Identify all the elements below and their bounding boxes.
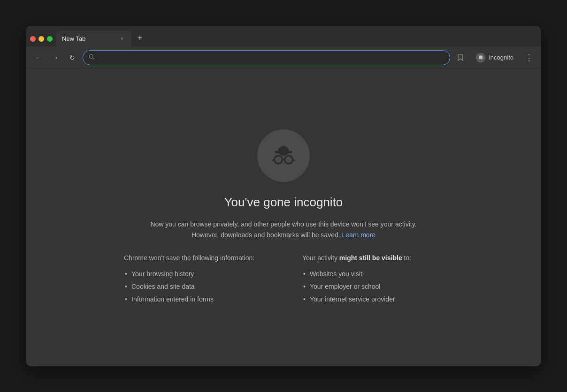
learn-more-link[interactable]: Learn more [342, 231, 376, 239]
page-content: You've gone incognito Now you can browse… [26, 69, 541, 366]
page-headline: You've gone incognito [224, 195, 343, 210]
svg-line-17 [293, 160, 295, 161]
incognito-label: Incognito [489, 54, 513, 61]
minimize-button[interactable] [38, 36, 44, 42]
incognito-profile-button[interactable]: Incognito [471, 51, 518, 65]
new-tab-button[interactable]: + [133, 31, 146, 45]
list-item: Your internet service provider [302, 293, 443, 306]
description-part2: However, downloads and bookmarks will be… [192, 231, 340, 239]
chrome-wont-save-list: Your browsing history Cookies and site d… [124, 268, 265, 306]
back-button[interactable]: ← [32, 51, 45, 64]
close-button[interactable] [30, 36, 36, 42]
incognito-main-icon [268, 140, 299, 172]
address-bar[interactable] [83, 50, 450, 65]
activity-visible-column: Your activity might still be visible to:… [302, 253, 443, 306]
activity-visible-title: Your activity might still be visible to: [302, 253, 443, 263]
reload-button[interactable]: ↻ [66, 51, 79, 64]
search-icon [89, 54, 95, 61]
svg-line-1 [93, 58, 94, 59]
activity-visible-prefix: Your activity [302, 254, 339, 262]
active-tab[interactable]: New Tab × [56, 30, 131, 46]
chrome-wont-save-column: Chrome won't save the following informat… [124, 253, 265, 306]
svg-point-13 [274, 156, 282, 164]
list-item: Websites you visit [302, 268, 443, 280]
tab-title: New Tab [62, 35, 115, 42]
traffic-lights [30, 36, 53, 46]
svg-rect-10 [479, 58, 483, 59]
svg-marker-2 [458, 55, 463, 60]
url-input[interactable] [99, 54, 444, 61]
title-bar: New Tab × + [26, 26, 541, 46]
tab-bar: New Tab × + [56, 30, 537, 46]
browser-window: New Tab × + ← → ↻ [26, 26, 541, 366]
tab-close-button[interactable]: × [118, 35, 126, 42]
activity-visible-bold: might still be visible [339, 254, 402, 262]
info-columns: Chrome won't save the following informat… [124, 253, 443, 306]
forward-button[interactable]: → [49, 51, 62, 64]
more-options-button[interactable]: ⋮ [522, 51, 535, 64]
activity-visible-suffix: to: [402, 254, 411, 262]
bookmark-button[interactable] [454, 51, 467, 64]
activity-visible-list: Websites you visit Your employer or scho… [302, 268, 443, 306]
list-item: Your employer or school [302, 280, 443, 293]
incognito-icon-circle [257, 129, 310, 182]
page-description: Now you can browse privately, and other … [150, 219, 416, 240]
list-item: Information entered in forms [124, 293, 265, 306]
toolbar: ← → ↻ [26, 46, 541, 69]
svg-line-16 [272, 160, 274, 161]
incognito-avatar-icon [475, 53, 486, 63]
svg-point-14 [285, 156, 293, 164]
svg-point-12 [278, 146, 289, 156]
maximize-button[interactable] [47, 36, 53, 42]
list-item: Cookies and site data [124, 280, 265, 293]
chrome-wont-save-title: Chrome won't save the following informat… [124, 253, 265, 263]
list-item: Your browsing history [124, 268, 265, 280]
description-part1: Now you can browse privately, and other … [150, 220, 416, 228]
